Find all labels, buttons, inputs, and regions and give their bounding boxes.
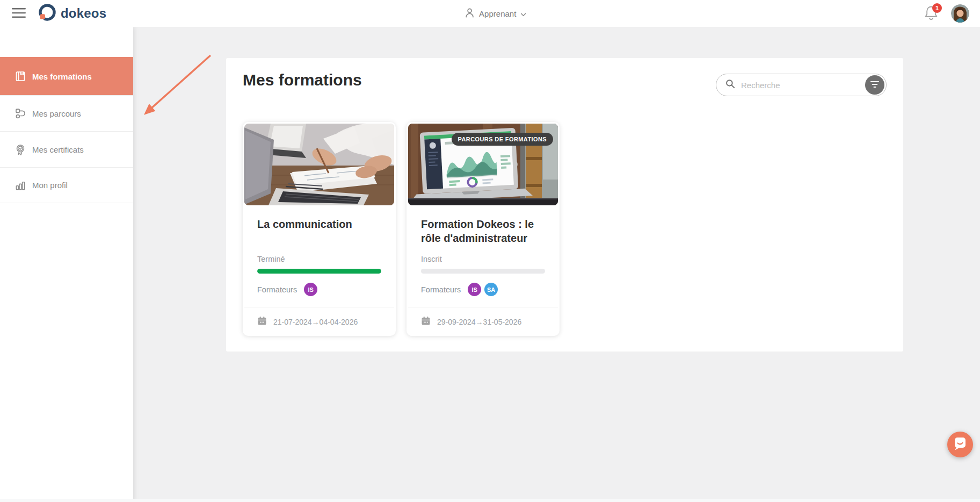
card-footer: 29-09-2024→31-05-2026 [408,307,558,336]
search-icon [725,78,736,91]
trainers-row: Formateurs IS [257,283,381,296]
sidebar-item-label: Mes certificats [32,145,84,154]
sidebar-item-label: Mes parcours [32,109,81,118]
progress-bar [257,269,381,274]
sidebar-item-mes-certificats[interactable]: Mes certificats [0,131,133,167]
sidebar-item-mes-formations[interactable]: Mes formations [0,57,133,95]
trainer-badges: IS [304,283,317,296]
book-icon [14,70,27,83]
chevron-down-icon [520,9,526,18]
page-title: Mes formations [243,71,362,89]
route-icon [14,107,27,120]
dokeos-logo[interactable]: dokeos [38,3,106,24]
sidebar-item-mon-profil[interactable]: Mon profil [0,167,133,203]
card-footer: 21-07-2024→04-04-2026 [244,307,394,336]
formations-panel: Mes formations [226,58,903,352]
notification-count-badge: 1 [932,3,942,13]
trainers-row: Formateurs IS SA [421,283,545,296]
sidebar-item-label: Mon profil [32,181,68,190]
course-status: Inscrit [421,255,545,263]
course-date-range: 21-07-2024→04-04-2026 [273,318,358,326]
hamburger-menu-button[interactable] [12,8,27,20]
chat-widget-button[interactable] [947,432,973,457]
progress-bar [421,269,545,274]
sidebar-nav: Mes formations Mes parcours [0,57,133,203]
medal-icon [14,143,27,156]
hamburger-icon [12,8,27,20]
trainer-avatar-badge[interactable]: IS [468,283,481,296]
logo-wordmark: dokeos [61,6,106,21]
trainer-avatar-badge[interactable]: IS [304,283,317,296]
filter-button[interactable] [865,75,884,95]
course-cards: La communication Terminé Formateurs IS [243,122,560,336]
filter-icon [869,80,880,90]
trainer-badges: IS SA [468,283,498,296]
search-bar [716,74,887,96]
notifications-button[interactable]: 1 [923,4,939,23]
course-title: Formation Dokeos : le rôle d'administrat… [421,217,545,246]
course-status: Terminé [257,255,381,263]
bell-icon [924,15,939,23]
trainers-label: Formateurs [421,285,461,294]
card-body: La communication Terminé Formateurs IS [244,217,394,296]
course-image-laptop-dashboard: PARCOURS DE FORMATIONS [408,124,558,205]
course-card-formation-dokeos[interactable]: PARCOURS DE FORMATIONS Formation Dokeos … [406,122,560,336]
progress-fill [257,269,381,274]
trainers-label: Formateurs [257,285,297,294]
user-avatar[interactable] [951,4,969,23]
search-input[interactable] [741,81,886,90]
role-label: Apprenant [479,9,516,18]
chat-bubble-icon [953,436,967,453]
header-right: 1 [923,0,969,27]
course-title: La communication [257,217,381,246]
bar-chart-icon [14,179,27,192]
dokeos-logo-icon [38,3,57,24]
trainer-avatar-badge[interactable]: SA [484,283,498,296]
calendar-icon [421,316,431,328]
role-switcher[interactable]: Apprenant [464,0,526,27]
sidebar: Mes formations Mes parcours [0,27,133,502]
sidebar-item-mes-parcours[interactable]: Mes parcours [0,95,133,131]
card-body: Formation Dokeos : le rôle d'administrat… [408,217,558,296]
course-image-desk-meeting [244,124,394,205]
sidebar-item-label: Mes formations [32,72,92,81]
course-date-range: 29-09-2024→31-05-2026 [437,318,521,326]
person-icon [464,8,475,20]
header-left: dokeos [0,3,106,24]
parcours-badge: PARCOURS DE FORMATIONS [452,133,553,146]
top-header: dokeos Apprenant [0,0,980,27]
calendar-icon [257,316,267,328]
course-card-la-communication[interactable]: La communication Terminé Formateurs IS [243,122,396,336]
bottom-scrollbar-track[interactable] [0,499,980,502]
